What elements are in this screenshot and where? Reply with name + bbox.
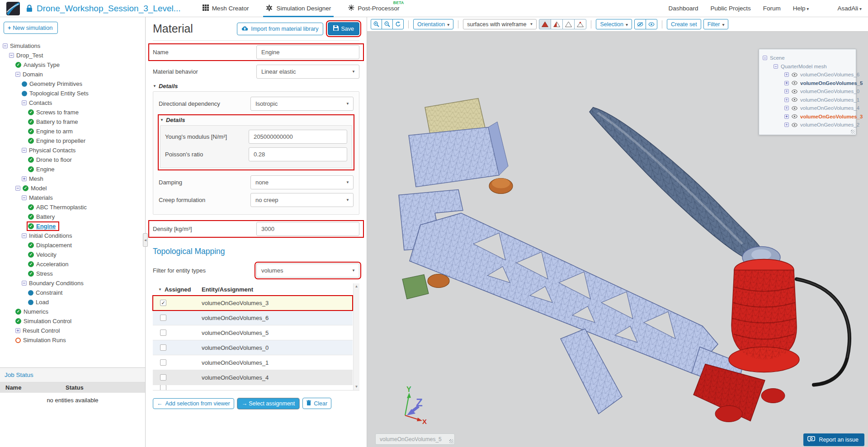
nav-dashboard[interactable]: Dashboard	[668, 5, 698, 12]
entity-filter-select[interactable]: volumes	[256, 263, 359, 278]
panel-collapse-handle[interactable]: ◄	[143, 233, 148, 247]
details-group-toggle[interactable]: Details	[153, 83, 359, 89]
tree-item-topological-entity-sets[interactable]: Topological Entity Sets	[0, 89, 145, 98]
mesh-wireframe-toggle[interactable]	[562, 19, 575, 29]
assignment-checkbox[interactable]	[160, 374, 166, 381]
tree-item-physical-contacts[interactable]: −Physical Contacts	[0, 146, 145, 155]
drone-arm-truss[interactable]	[410, 213, 718, 373]
assignment-checkbox[interactable]	[160, 385, 166, 390]
scene-item-volumeongeovolumes-5[interactable]: +volumeOnGeoVolumes_5	[763, 79, 852, 88]
project-title[interactable]: Drone_Workshop_Session_3_Level...	[37, 4, 181, 14]
tree-item-boundary-conditions[interactable]: −Boundary Conditions	[0, 278, 145, 288]
assignment-checkbox[interactable]	[160, 344, 166, 351]
zoom-in-button[interactable]	[371, 19, 382, 29]
assignment-row-volumeongeovolumes-6[interactable]: volumeOnGeoVolumes_6	[153, 311, 353, 325]
scene-collapse-icon[interactable]: −	[763, 56, 767, 60]
visibility-eye-icon[interactable]	[792, 98, 797, 102]
tree-item-drop-test[interactable]: −Drop_Test	[0, 51, 145, 60]
assignment-checkbox[interactable]	[160, 315, 166, 321]
tree-collapse-icon[interactable]: −	[22, 148, 27, 153]
tree-collapse-icon[interactable]: −	[22, 100, 27, 105]
assignment-row-volumeongeovolumes-5[interactable]: volumeOnGeoVolumes_5	[153, 325, 353, 340]
tree-item-velocity[interactable]: ✓Velocity	[0, 250, 145, 259]
scene-expand-icon[interactable]: +	[784, 114, 789, 119]
tree-item-simulation-control[interactable]: ✓Simulation Control	[0, 316, 145, 326]
filter-dropdown[interactable]: Filter	[703, 19, 729, 29]
select-assignment-button[interactable]: Select assignment	[237, 398, 300, 409]
visibility-eye-icon[interactable]	[792, 106, 797, 110]
tree-item-load[interactable]: Load	[0, 297, 145, 307]
new-simulation-button[interactable]: New simulation	[4, 22, 58, 34]
assignment-checkbox[interactable]	[160, 359, 166, 366]
tree-item-engine-to-propeller[interactable]: ✓Engine to propeller	[0, 136, 145, 146]
tree-item-battery[interactable]: ✓Battery	[0, 212, 145, 221]
tree-collapse-icon[interactable]: −	[15, 72, 20, 77]
tree-item-simulations[interactable]: −Simulations	[0, 41, 145, 51]
mesh-solid-toggle[interactable]	[539, 19, 551, 29]
scene-expand-icon[interactable]: +	[784, 89, 789, 94]
scroll-up-icon[interactable]: ▲	[355, 285, 359, 288]
create-set-button[interactable]: Create set	[667, 19, 701, 29]
tree-item-engine[interactable]: ✓Engine	[0, 165, 145, 174]
tree-item-acceleration[interactable]: ✓Acceleration	[0, 259, 145, 269]
tree-item-initial-conditions[interactable]: −Initial Conditions	[0, 231, 145, 240]
scene-item-quartermodel-mesh[interactable]: −QuarterModel mesh	[763, 62, 852, 71]
tab-post-processor[interactable]: Post-Processor BETA	[348, 0, 399, 17]
scene-item-volumeongeovolumes-0[interactable]: +volumeOnGeoVolumes_0	[763, 87, 852, 96]
frame-housing-part[interactable]	[409, 122, 508, 187]
tree-item-contacts[interactable]: −Contacts	[0, 98, 145, 108]
visibility-eye-icon[interactable]	[792, 89, 797, 94]
scroll-down-icon[interactable]: ▼	[355, 385, 359, 389]
tree-item-domain[interactable]: −Domain	[0, 70, 145, 79]
visibility-eye-icon[interactable]	[792, 114, 797, 118]
directional-dependency-select[interactable]: Isotropic	[250, 97, 354, 111]
tree-item-simulation-runs[interactable]: Simulation Runs	[0, 335, 145, 345]
mesh-half-toggle[interactable]	[551, 19, 563, 29]
tree-collapse-icon[interactable]: −	[15, 186, 20, 191]
tree-item-abc-thermoplastic[interactable]: ✓ABC Thermoplastic	[0, 202, 145, 212]
user-menu[interactable]: AsadAli	[837, 5, 862, 12]
tree-item-constraint[interactable]: Constraint	[0, 288, 145, 297]
app-logo-icon[interactable]	[6, 2, 20, 15]
connector-parts[interactable]	[402, 274, 449, 299]
scene-item-volumeongeovolumes-4[interactable]: +volumeOnGeoVolumes_4	[763, 104, 852, 113]
tree-item-displacement[interactable]: ✓Displacement	[0, 240, 145, 250]
assignment-checkbox[interactable]: ✓	[160, 300, 166, 306]
visibility-eye-icon[interactable]	[792, 73, 797, 77]
damping-select[interactable]: none	[250, 175, 354, 189]
viewer-canvas[interactable]: −Scene−QuarterModel mesh+volumeOnGeoVolu…	[367, 32, 868, 447]
scene-expand-icon[interactable]: +	[784, 81, 789, 85]
creep-formulation-select[interactable]: no creep	[250, 193, 354, 207]
orientation-dropdown[interactable]: Orientation	[413, 19, 453, 29]
scene-expand-icon[interactable]: +	[784, 98, 789, 102]
tree-collapse-icon[interactable]: −	[9, 53, 14, 58]
visibility-eye-icon[interactable]	[792, 123, 797, 127]
render-mode-select[interactable]: surfaces with wireframe	[463, 19, 537, 29]
tree-item-engine-to-arm[interactable]: ✓Engine to arm	[0, 127, 145, 136]
scene-item-volumeongeovolumes-6[interactable]: +volumeOnGeoVolumes_6	[763, 71, 852, 79]
assignment-row-volumeongeovolumes-1[interactable]: volumeOnGeoVolumes_1	[153, 355, 353, 370]
import-material-library-button[interactable]: Import from material library	[237, 23, 323, 35]
scene-item-volumeongeovolumes-1[interactable]: +volumeOnGeoVolumes_1	[763, 96, 852, 104]
density-input[interactable]: 3000	[256, 222, 359, 236]
scene-collapse-icon[interactable]: −	[774, 64, 778, 69]
nav-forum[interactable]: Forum	[763, 5, 781, 12]
tab-mesh-creator[interactable]: Mesh Creator	[203, 0, 249, 17]
assignment-row-volumeongeovolumes-3[interactable]: ✓volumeOnGeoVolumes_3	[153, 296, 353, 311]
refresh-view-button[interactable]	[392, 19, 404, 29]
selection-dropdown[interactable]: Selection	[596, 19, 632, 29]
table-scrollbar[interactable]: ▲▼	[353, 283, 359, 390]
tree-collapse-icon[interactable]: −	[22, 281, 27, 286]
tree-item-screws-to-frame[interactable]: ✓Screws to frame	[0, 108, 145, 117]
show-all-button[interactable]	[646, 19, 657, 29]
tree-item-geometry-primitives[interactable]: Geometry Primitives	[0, 79, 145, 89]
tree-item-stress[interactable]: ✓Stress	[0, 269, 145, 278]
tree-collapse-icon[interactable]: −	[22, 195, 27, 200]
youngs-modulus-input[interactable]: 205000000000	[249, 130, 347, 144]
tree-item-engine[interactable]: ✓Engine	[0, 221, 145, 231]
hide-selected-button[interactable]	[634, 19, 646, 29]
save-button[interactable]: Save	[328, 22, 360, 35]
tree-collapse-icon[interactable]: −	[22, 233, 27, 238]
nav-public-projects[interactable]: Public Projects	[711, 5, 751, 12]
tree-item-drone-to-floor[interactable]: ✓Drone to floor	[0, 155, 145, 165]
